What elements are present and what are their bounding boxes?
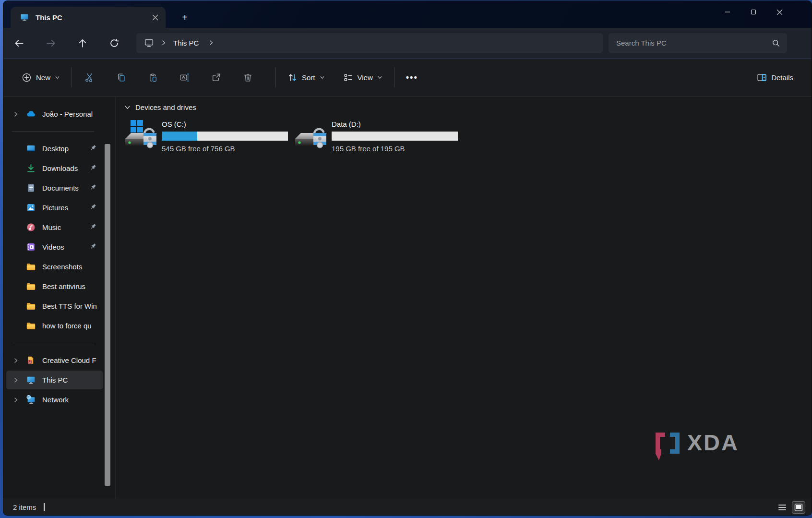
command-bar: New Sort — [3, 58, 812, 97]
breadcrumb-item[interactable]: This PC — [173, 39, 199, 47]
up-button[interactable] — [73, 34, 92, 53]
details-button-label: Details — [771, 73, 793, 82]
sidebar-scrollbar[interactable] — [105, 144, 110, 486]
separator — [394, 67, 394, 87]
folder-icon — [25, 262, 36, 272]
details-view-toggle[interactable] — [776, 502, 788, 513]
tab-this-pc[interactable]: This PC — [11, 7, 166, 28]
sidebar-item-label: João - Personal — [42, 110, 103, 118]
sidebar-item-label: Network — [42, 396, 103, 404]
maximize-button[interactable] — [740, 1, 766, 23]
sidebar-item-how-to-force[interactable]: how to force qu — [6, 316, 103, 335]
rename-icon — [179, 72, 190, 83]
drive-info: Data (D:) 195 GB free of 195 GB — [332, 120, 458, 153]
sidebar-item-creative-cloud[interactable]: Creative Cloud F — [6, 351, 103, 370]
pictures-icon — [25, 203, 36, 213]
new-button[interactable]: New — [17, 67, 65, 88]
sidebar-item-pictures[interactable]: Pictures — [6, 198, 103, 217]
view-button[interactable]: View — [338, 67, 387, 88]
xda-brackets-icon — [652, 432, 683, 461]
drive-tile-os-c[interactable]: OS (C:) 545 GB free of 756 GB — [121, 118, 291, 153]
plus-circle-icon — [22, 72, 32, 83]
tab-close-button[interactable] — [148, 11, 162, 24]
downloads-icon — [25, 163, 36, 173]
drive-tile-data-d[interactable]: Data (D:) 195 GB free of 195 GB — [291, 118, 461, 153]
window-controls — [715, 1, 792, 23]
paste-button[interactable] — [142, 67, 163, 88]
chevron-down-icon — [377, 73, 382, 82]
separator — [275, 67, 276, 87]
sidebar-item-this-pc[interactable]: This PC — [6, 371, 103, 389]
sidebar-item-label: Documents — [42, 184, 89, 192]
sidebar-divider — [12, 131, 94, 132]
chevron-right-icon — [161, 39, 167, 48]
drive-free-space: 195 GB free of 195 GB — [332, 145, 458, 153]
navigation-bar: This PC — [3, 28, 812, 58]
minimize-icon — [725, 9, 730, 15]
sidebar-item-videos[interactable]: Videos — [6, 238, 103, 256]
close-icon — [152, 14, 158, 21]
sidebar-item-label: Creative Cloud F — [42, 356, 103, 364]
sidebar-item-network[interactable]: Network — [6, 390, 103, 409]
chevron-right-icon[interactable] — [10, 377, 22, 383]
sidebar-item-documents[interactable]: Documents — [6, 179, 103, 197]
xda-watermark: XDA — [652, 432, 739, 461]
back-button[interactable] — [10, 34, 29, 53]
pin-icon — [89, 242, 97, 252]
share-icon — [211, 72, 221, 83]
more-options-button[interactable]: ••• — [401, 67, 423, 88]
pin-icon — [89, 144, 97, 154]
refresh-button[interactable] — [105, 34, 124, 53]
folder-icon — [25, 301, 36, 311]
sidebar-item-best-tts[interactable]: Best TTS for Win — [6, 297, 103, 315]
chevron-right-icon[interactable] — [10, 397, 22, 403]
details-pane-icon — [757, 72, 767, 83]
close-window-button[interactable] — [766, 1, 792, 23]
pin-icon — [89, 223, 97, 232]
sidebar-item-music[interactable]: Music — [6, 218, 103, 237]
breadcrumb[interactable]: This PC — [136, 33, 603, 53]
thumbnail-view-toggle[interactable] — [792, 502, 805, 513]
videos-icon — [25, 242, 36, 252]
close-icon — [776, 9, 783, 15]
sidebar-item-best-antivirus[interactable]: Best antivirus — [6, 277, 103, 296]
separator — [72, 67, 72, 87]
forward-button[interactable] — [41, 34, 60, 53]
capacity-bar — [332, 132, 458, 141]
chevron-right-icon[interactable] — [10, 111, 22, 117]
chevron-right-icon[interactable] — [208, 39, 214, 48]
rename-button[interactable] — [174, 67, 195, 88]
cut-button[interactable] — [79, 67, 100, 88]
sidebar-item-label: Screenshots — [42, 263, 103, 271]
view-icon — [343, 72, 353, 83]
chevron-down-icon — [55, 73, 60, 82]
delete-button[interactable] — [237, 67, 258, 88]
minimize-button[interactable] — [715, 1, 740, 23]
sidebar-item-downloads[interactable]: Downloads — [6, 159, 103, 178]
copy-icon — [116, 72, 126, 83]
xda-logo-text: XDA — [687, 432, 739, 454]
chevron-right-icon[interactable] — [10, 358, 22, 363]
sidebar-item-screenshots[interactable]: Screenshots — [6, 257, 103, 276]
drives-row: OS (C:) 545 GB free of 756 GB — [119, 118, 812, 153]
search-input[interactable] — [616, 39, 772, 47]
sort-button[interactable]: Sort — [283, 67, 330, 88]
section-devices-and-drives[interactable]: Devices and drives — [119, 103, 812, 111]
share-button[interactable] — [205, 67, 227, 88]
sidebar-item-desktop[interactable]: Desktop — [6, 139, 103, 158]
sidebar-item-label: Music — [42, 223, 89, 231]
back-icon — [14, 38, 24, 48]
pin-icon — [89, 164, 97, 173]
cut-icon — [84, 72, 95, 83]
pin-icon — [89, 203, 97, 213]
music-icon — [25, 222, 36, 232]
monitor-icon — [144, 38, 154, 48]
new-tab-button[interactable]: + — [178, 11, 191, 24]
details-button[interactable]: Details — [752, 67, 798, 88]
copy-button[interactable] — [110, 67, 131, 88]
drive-free-space: 545 GB free of 756 GB — [162, 145, 288, 153]
sidebar-item-onedrive[interactable]: João - Personal — [6, 105, 103, 123]
search-icon — [772, 39, 780, 48]
search-box[interactable] — [609, 33, 787, 53]
folder-icon — [25, 281, 36, 291]
